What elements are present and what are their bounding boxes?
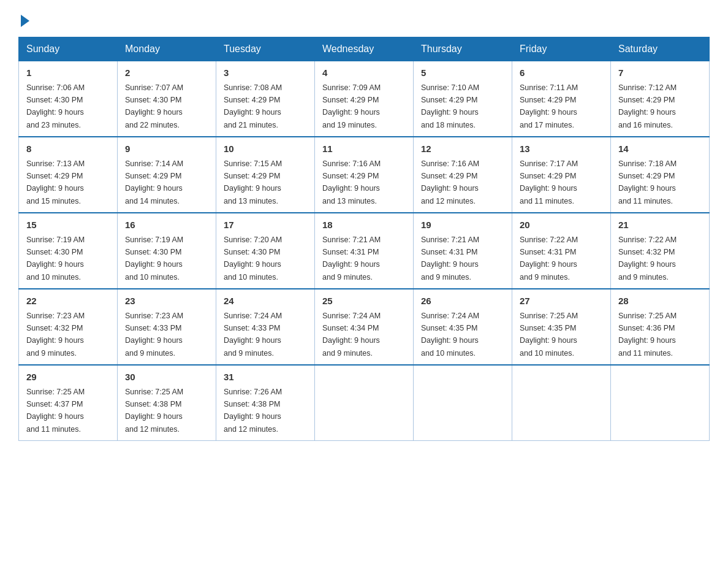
calendar-cell: 29 Sunrise: 7:25 AMSunset: 4:37 PMDaylig… <box>19 365 118 441</box>
calendar-week-row-1: 1 Sunrise: 7:06 AMSunset: 4:30 PMDayligh… <box>19 61 710 137</box>
day-info: Sunrise: 7:24 AMSunset: 4:35 PMDaylight:… <box>421 312 479 358</box>
day-number: 24 <box>224 294 307 308</box>
day-number: 4 <box>322 66 406 80</box>
day-number: 22 <box>26 294 110 308</box>
day-number: 30 <box>125 370 208 385</box>
calendar-cell: 17 Sunrise: 7:20 AMSunset: 4:30 PMDaylig… <box>216 213 315 289</box>
calendar-cell <box>315 365 414 441</box>
calendar-cell: 24 Sunrise: 7:24 AMSunset: 4:33 PMDaylig… <box>216 289 315 365</box>
day-info: Sunrise: 7:08 AMSunset: 4:29 PMDaylight:… <box>224 83 282 129</box>
day-number: 25 <box>322 294 406 308</box>
day-number: 8 <box>26 142 110 156</box>
weekday-header-wednesday: Wednesday <box>315 37 414 61</box>
weekday-header-friday: Friday <box>512 37 611 61</box>
calendar-cell <box>512 365 611 441</box>
day-info: Sunrise: 7:25 AMSunset: 4:37 PMDaylight:… <box>26 388 85 434</box>
calendar-cell <box>611 365 710 441</box>
calendar-cell: 2 Sunrise: 7:07 AMSunset: 4:30 PMDayligh… <box>118 61 216 137</box>
day-info: Sunrise: 7:10 AMSunset: 4:29 PMDaylight:… <box>421 83 479 129</box>
calendar-cell: 6 Sunrise: 7:11 AMSunset: 4:29 PMDayligh… <box>512 61 611 137</box>
day-info: Sunrise: 7:22 AMSunset: 4:32 PMDaylight:… <box>618 236 677 282</box>
day-number: 6 <box>520 66 603 80</box>
day-number: 10 <box>224 142 307 156</box>
day-number: 13 <box>520 142 603 156</box>
calendar-cell: 1 Sunrise: 7:06 AMSunset: 4:30 PMDayligh… <box>19 61 118 137</box>
calendar-cell: 3 Sunrise: 7:08 AMSunset: 4:29 PMDayligh… <box>216 61 315 137</box>
day-info: Sunrise: 7:06 AMSunset: 4:30 PMDaylight:… <box>26 83 85 129</box>
day-number: 16 <box>125 218 208 232</box>
page-header <box>18 12 710 25</box>
weekday-header-row: SundayMondayTuesdayWednesdayThursdayFrid… <box>19 37 710 61</box>
calendar-cell: 28 Sunrise: 7:25 AMSunset: 4:36 PMDaylig… <box>611 289 710 365</box>
day-info: Sunrise: 7:17 AMSunset: 4:29 PMDaylight:… <box>520 159 578 205</box>
calendar-table: SundayMondayTuesdayWednesdayThursdayFrid… <box>18 37 710 441</box>
day-number: 3 <box>224 66 307 80</box>
day-number: 7 <box>618 66 702 80</box>
day-info: Sunrise: 7:14 AMSunset: 4:29 PMDaylight:… <box>125 159 183 205</box>
day-number: 21 <box>618 218 702 232</box>
calendar-cell: 13 Sunrise: 7:17 AMSunset: 4:29 PMDaylig… <box>512 137 611 213</box>
weekday-header-monday: Monday <box>118 37 216 61</box>
calendar-cell: 21 Sunrise: 7:22 AMSunset: 4:32 PMDaylig… <box>611 213 710 289</box>
day-info: Sunrise: 7:11 AMSunset: 4:29 PMDaylight:… <box>520 83 578 129</box>
day-number: 29 <box>26 370 110 385</box>
day-info: Sunrise: 7:16 AMSunset: 4:29 PMDaylight:… <box>322 159 381 205</box>
day-info: Sunrise: 7:21 AMSunset: 4:31 PMDaylight:… <box>421 236 479 282</box>
calendar-week-row-4: 22 Sunrise: 7:23 AMSunset: 4:32 PMDaylig… <box>19 289 710 365</box>
day-number: 5 <box>421 66 504 80</box>
day-info: Sunrise: 7:23 AMSunset: 4:32 PMDaylight:… <box>26 312 85 358</box>
day-info: Sunrise: 7:26 AMSunset: 4:38 PMDaylight:… <box>224 388 282 434</box>
calendar-cell: 31 Sunrise: 7:26 AMSunset: 4:38 PMDaylig… <box>216 365 315 441</box>
day-info: Sunrise: 7:25 AMSunset: 4:36 PMDaylight:… <box>618 312 677 358</box>
weekday-header-thursday: Thursday <box>414 37 512 61</box>
day-number: 28 <box>618 294 702 308</box>
day-info: Sunrise: 7:24 AMSunset: 4:33 PMDaylight:… <box>224 312 282 358</box>
day-number: 1 <box>26 66 110 80</box>
day-info: Sunrise: 7:25 AMSunset: 4:38 PMDaylight:… <box>125 388 183 434</box>
weekday-header-sunday: Sunday <box>19 37 118 61</box>
day-number: 2 <box>125 66 208 80</box>
calendar-cell: 30 Sunrise: 7:25 AMSunset: 4:38 PMDaylig… <box>118 365 216 441</box>
day-number: 19 <box>421 218 504 232</box>
day-info: Sunrise: 7:18 AMSunset: 4:29 PMDaylight:… <box>618 159 677 205</box>
calendar-week-row-3: 15 Sunrise: 7:19 AMSunset: 4:30 PMDaylig… <box>19 213 710 289</box>
calendar-cell <box>414 365 512 441</box>
calendar-week-row-2: 8 Sunrise: 7:13 AMSunset: 4:29 PMDayligh… <box>19 137 710 213</box>
day-info: Sunrise: 7:09 AMSunset: 4:29 PMDaylight:… <box>322 83 381 129</box>
calendar-cell: 25 Sunrise: 7:24 AMSunset: 4:34 PMDaylig… <box>315 289 414 365</box>
calendar-cell: 26 Sunrise: 7:24 AMSunset: 4:35 PMDaylig… <box>414 289 512 365</box>
day-number: 27 <box>520 294 603 308</box>
calendar-cell: 5 Sunrise: 7:10 AMSunset: 4:29 PMDayligh… <box>414 61 512 137</box>
day-number: 12 <box>421 142 504 156</box>
calendar-cell: 23 Sunrise: 7:23 AMSunset: 4:33 PMDaylig… <box>118 289 216 365</box>
day-info: Sunrise: 7:22 AMSunset: 4:31 PMDaylight:… <box>520 236 578 282</box>
calendar-cell: 11 Sunrise: 7:16 AMSunset: 4:29 PMDaylig… <box>315 137 414 213</box>
day-number: 15 <box>26 218 110 232</box>
day-info: Sunrise: 7:07 AMSunset: 4:30 PMDaylight:… <box>125 83 183 129</box>
calendar-cell: 16 Sunrise: 7:19 AMSunset: 4:30 PMDaylig… <box>118 213 216 289</box>
day-info: Sunrise: 7:13 AMSunset: 4:29 PMDaylight:… <box>26 159 85 205</box>
day-info: Sunrise: 7:16 AMSunset: 4:29 PMDaylight:… <box>421 159 479 205</box>
day-info: Sunrise: 7:15 AMSunset: 4:29 PMDaylight:… <box>224 159 282 205</box>
calendar-cell: 20 Sunrise: 7:22 AMSunset: 4:31 PMDaylig… <box>512 213 611 289</box>
day-number: 23 <box>125 294 208 308</box>
day-number: 9 <box>125 142 208 156</box>
weekday-header-tuesday: Tuesday <box>216 37 315 61</box>
calendar-cell: 8 Sunrise: 7:13 AMSunset: 4:29 PMDayligh… <box>19 137 118 213</box>
calendar-cell: 15 Sunrise: 7:19 AMSunset: 4:30 PMDaylig… <box>19 213 118 289</box>
day-info: Sunrise: 7:20 AMSunset: 4:30 PMDaylight:… <box>224 236 282 282</box>
day-number: 18 <box>322 218 406 232</box>
calendar-cell: 18 Sunrise: 7:21 AMSunset: 4:31 PMDaylig… <box>315 213 414 289</box>
logo-arrow-icon <box>21 15 29 27</box>
calendar-week-row-5: 29 Sunrise: 7:25 AMSunset: 4:37 PMDaylig… <box>19 365 710 441</box>
day-info: Sunrise: 7:25 AMSunset: 4:35 PMDaylight:… <box>520 312 578 358</box>
day-info: Sunrise: 7:19 AMSunset: 4:30 PMDaylight:… <box>26 236 85 282</box>
calendar-cell: 27 Sunrise: 7:25 AMSunset: 4:35 PMDaylig… <box>512 289 611 365</box>
day-number: 26 <box>421 294 504 308</box>
logo <box>18 12 29 25</box>
day-number: 20 <box>520 218 603 232</box>
day-number: 17 <box>224 218 307 232</box>
day-info: Sunrise: 7:19 AMSunset: 4:30 PMDaylight:… <box>125 236 183 282</box>
calendar-cell: 10 Sunrise: 7:15 AMSunset: 4:29 PMDaylig… <box>216 137 315 213</box>
calendar-cell: 7 Sunrise: 7:12 AMSunset: 4:29 PMDayligh… <box>611 61 710 137</box>
